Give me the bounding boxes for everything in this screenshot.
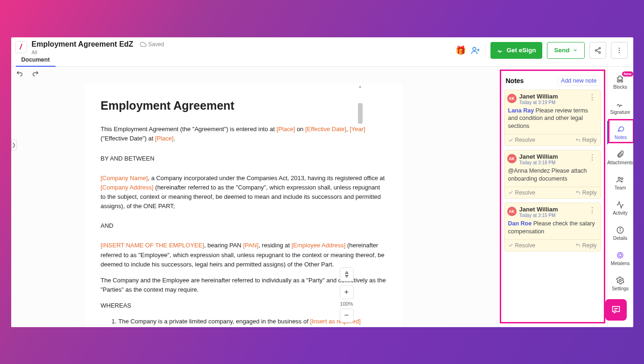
header: / Employment Agreement EdZ Saved All Doc… [11, 37, 633, 67]
gift-icon[interactable]: 🎁 [455, 45, 466, 56]
note-timestamp: Today at 3:18 PM [519, 160, 558, 165]
rail-label: Team [615, 185, 626, 190]
resolve-button[interactable]: Resolve [508, 137, 535, 143]
redo-button[interactable] [32, 70, 39, 79]
mention[interactable]: Lana Ray [508, 107, 534, 114]
chat-fab[interactable] [605, 299, 627, 321]
note-menu-button[interactable]: ⋮ [587, 206, 598, 215]
sub-toolbar [11, 67, 500, 83]
svg-point-10 [618, 52, 619, 53]
reply-icon [575, 138, 581, 143]
document-zone: ❯ Employment Agreement This Employment A… [11, 67, 500, 327]
header-actions: 🎁 Get eSign Send [455, 42, 627, 59]
svg-point-12 [621, 177, 623, 179]
notes-title: Notes [506, 77, 524, 84]
check-icon [508, 190, 513, 195]
placeholder-company-address[interactable]: [Company Address] [101, 184, 154, 191]
note-menu-button[interactable]: ⋮ [587, 153, 598, 162]
rail-settings[interactable]: Settings [607, 272, 633, 295]
scroll-thumb[interactable] [358, 103, 363, 124]
zoom-level: 100% [340, 301, 353, 307]
svg-line-7 [596, 50, 599, 52]
share-icon [594, 47, 602, 54]
avatar: AK [507, 154, 517, 163]
more-button[interactable] [611, 42, 628, 59]
rail-activity[interactable]: Activity [607, 196, 633, 220]
placeholder-employee-name[interactable]: [INSERT NAME OF THE EMPLOYEE] [101, 242, 204, 249]
fit-icon [343, 271, 350, 278]
get-esign-label: Get eSign [506, 47, 536, 54]
svg-point-16 [617, 252, 623, 258]
zoom-in-button[interactable]: + [340, 285, 354, 299]
redo-icon [32, 70, 39, 77]
doc-paragraph: [INSERT NAME OF THE EMPLOYEE], bearing P… [101, 241, 386, 269]
send-button[interactable]: Send [547, 42, 584, 59]
zoom-controls: + 100% − [338, 267, 355, 322]
add-note-button[interactable]: Add new note [558, 76, 600, 86]
svg-point-11 [618, 177, 621, 179]
rail-details[interactable]: Details [607, 222, 633, 245]
placeholder-employee-address[interactable]: [Employee Address] [292, 242, 346, 249]
note-card[interactable]: AK Janet William Today at 3:19 PM ⋮ Lana… [504, 90, 601, 147]
reply-button[interactable]: Reply [575, 189, 597, 196]
note-body: Dan Roe Please check the salary compensa… [504, 219, 601, 239]
check-icon [508, 138, 513, 143]
side-tag-handle[interactable]: ❯ [11, 140, 17, 151]
share-button[interactable] [589, 42, 606, 59]
avatar: AK [507, 94, 517, 103]
scroll-up-icon[interactable]: ▴ [357, 84, 364, 89]
gear-icon [616, 276, 624, 285]
note-body: @Anna Mendez Please attach onboarding do… [504, 166, 601, 187]
doc-paragraph: This Employment Agreement (the "Agreemen… [101, 125, 386, 143]
scrollbar[interactable]: ▴ [357, 84, 364, 327]
rail-label: Activity [613, 210, 628, 216]
rail-label: Signature [610, 110, 630, 115]
resolve-button[interactable]: Resolve [508, 242, 535, 249]
info-icon [616, 226, 624, 234]
notes-panel: Notes Add new note AK Janet William Toda… [500, 70, 605, 323]
check-icon [508, 243, 513, 248]
version-label[interactable]: All [32, 49, 164, 55]
svg-point-8 [618, 48, 619, 49]
rail-team[interactable]: Team [607, 171, 633, 195]
placeholder-place[interactable]: [Place] [277, 126, 295, 133]
resolve-button[interactable]: Resolve [508, 189, 535, 196]
notes-header: Notes Add new note [504, 74, 601, 90]
svg-point-9 [618, 49, 619, 50]
signature-scribble-icon [497, 47, 504, 54]
placeholder-company-name[interactable]: [Company Name] [101, 175, 148, 182]
rail-metalens[interactable]: Metalens [607, 247, 633, 270]
reply-icon [575, 243, 581, 248]
cloud-icon [140, 41, 147, 48]
main-area: ❯ Employment Agreement This Employment A… [11, 67, 633, 327]
reply-button[interactable]: Reply [575, 242, 597, 249]
zoom-out-button[interactable]: − [340, 308, 354, 322]
note-menu-button[interactable]: ⋮ [587, 93, 598, 102]
add-user-icon[interactable] [470, 45, 481, 56]
note-card[interactable]: AK Janet William Today at 3:15 PM ⋮ Dan … [504, 203, 601, 252]
svg-point-17 [619, 254, 622, 257]
note-card[interactable]: AK Janet William Today at 3:18 PM ⋮ @Ann… [504, 150, 601, 199]
undo-button[interactable] [16, 70, 23, 79]
rail-label: Details [613, 236, 628, 241]
placeholder-place-2[interactable]: [Place] [155, 135, 174, 142]
undo-icon [16, 70, 23, 77]
placeholder-effective-date[interactable]: [Effective Date] [305, 126, 346, 133]
active-highlight [608, 119, 633, 143]
document-title[interactable]: Employment Agreement EdZ [32, 40, 133, 49]
mention[interactable]: Dan Roe [508, 220, 532, 227]
app-logo[interactable]: / [15, 41, 27, 53]
rail-label: Metalens [611, 261, 630, 266]
placeholder-pan[interactable]: [PAN] [243, 242, 259, 249]
rail-attachments[interactable]: Attachments [607, 146, 633, 169]
reply-button[interactable]: Reply [575, 137, 597, 143]
rail-blocks[interactable]: Blocks New [607, 70, 633, 94]
svg-point-0 [473, 47, 476, 50]
fit-button[interactable] [340, 267, 354, 281]
doc-paragraph: [Company Name], a Company incorporated u… [101, 174, 386, 211]
get-esign-button[interactable]: Get eSign [490, 42, 542, 59]
tab-document[interactable]: Document [16, 56, 56, 67]
svg-line-6 [596, 49, 599, 50]
paperclip-icon [616, 150, 624, 159]
rail-signature[interactable]: Signature [607, 96, 633, 119]
